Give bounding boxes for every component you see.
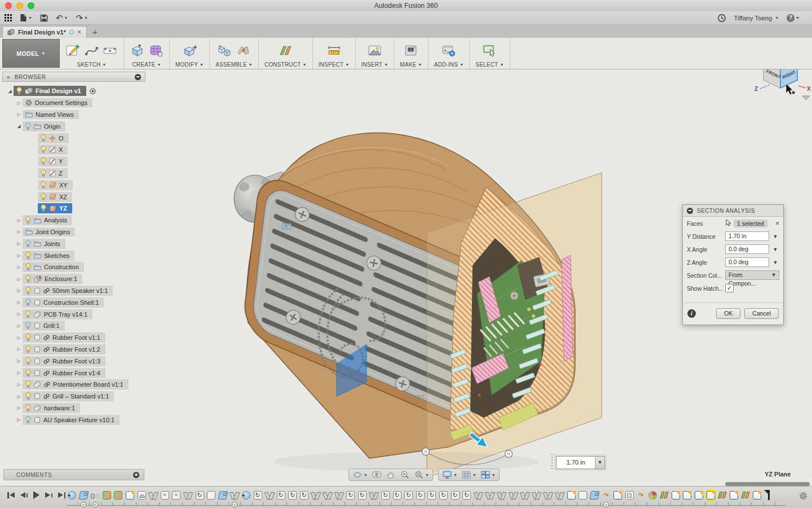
panel-menu-icon[interactable] [135,74,141,80]
distance-drag-rail[interactable] [551,454,553,470]
tree-item[interactable]: Enclosure:1 [23,274,82,284]
print-icon[interactable] [403,43,418,58]
timeline-op-form[interactable] [138,491,146,500]
cancel-button[interactable]: Cancel [744,308,779,319]
measure-icon[interactable] [326,43,342,58]
ribbon-group-select[interactable]: SELECT▼ [470,38,510,69]
info-icon[interactable]: i [687,309,696,318]
insert-image-icon[interactable] [367,43,382,58]
timeline-op-joint[interactable] [149,491,157,500]
expand-arrow-icon[interactable]: ▷ [15,417,23,422]
visibility-bulb-icon[interactable] [41,157,46,165]
timeline-op-circ[interactable] [427,491,436,500]
visibility-bulb-icon[interactable] [41,169,46,177]
grid-button[interactable]: ▼ [461,470,476,479]
scripts-icon[interactable] [441,43,456,58]
app-grid-icon[interactable] [5,14,12,21]
timeline-op-sketch[interactable] [567,491,576,500]
timeline-settings-gear-icon[interactable] [799,492,807,502]
ribbon-group-create[interactable]: CREATE▼ [124,38,170,69]
tree-item[interactable]: Named Views [23,110,79,119]
timeline-op-sphere[interactable] [648,491,657,500]
timeline-op-patch[interactable] [172,491,180,500]
timeline-op-body[interactable] [579,491,587,500]
tree-item[interactable]: X [38,144,68,155]
expand-arrow-icon[interactable]: ▷ [15,335,23,340]
timeline-op-sketch[interactable] [683,491,691,500]
expand-arrow-icon[interactable]: ▷ [15,229,23,234]
timeline-op-pattern[interactable] [91,491,99,500]
timeline-op-planes[interactable] [660,491,668,500]
display-button[interactable]: ▼ [442,470,457,479]
visibility-bulb-icon[interactable] [25,380,31,388]
tree-item[interactable]: Potentiometer Board v1:1 [23,379,129,389]
timeline-op-joint[interactable] [369,491,378,500]
expand-arrow-icon[interactable]: ▷ [15,288,23,293]
create-sketch-icon[interactable] [65,43,81,58]
zoom-button[interactable] [400,470,410,479]
file-menu-button[interactable]: ▼ [20,14,32,22]
ribbon-group-add-ins[interactable]: ADD-INS▼ [429,38,470,69]
timeline-op-sketch[interactable] [695,491,703,500]
pan-button[interactable] [386,470,396,479]
timeline-op-circ[interactable] [439,491,448,500]
timeline-op-circ[interactable] [416,491,425,500]
timeline-op-circ[interactable] [451,491,460,500]
box-icon[interactable] [130,43,145,58]
timeline-op-joint[interactable] [474,491,483,500]
ribbon-group-assemble[interactable]: ASSEMBLE▼ [210,38,259,69]
timeline-op-circ[interactable] [404,491,413,500]
tree-item[interactable]: 50mm Speaker v1:1 [23,286,113,296]
tree-item[interactable]: Rubber Foot v1:1 [23,332,105,343]
dialog-input[interactable]: 0.0 deg [725,257,769,267]
timeline-play-button[interactable] [30,491,42,499]
timeline-op-joint[interactable] [555,491,564,500]
expand-arrow-icon[interactable]: ▷ [15,394,23,399]
timeline-op-joint[interactable] [497,491,506,500]
selection-count-chip[interactable]: 1 selected [734,220,767,227]
timeline-op-circ[interactable] [462,491,471,500]
tree-item[interactable]: Grill – Standard v1:1 [23,391,114,401]
tree-item[interactable]: Sketches [23,251,74,261]
timeline-op-joint[interactable] [311,491,320,500]
tree-item[interactable]: Document Settings [23,98,92,107]
tree-item[interactable]: YZ [38,203,72,213]
select-icon[interactable] [482,43,497,58]
tree-item[interactable]: O [38,133,69,143]
ok-button[interactable]: OK [716,308,740,319]
visibility-bulb-icon[interactable] [25,322,31,330]
timeline-op-sketch_hl[interactable] [707,491,715,500]
dropdown-arrow-icon[interactable]: ▼ [473,473,476,477]
ribbon-group-insert[interactable]: INSERT▼ [356,38,395,69]
dialog-input[interactable]: 0.0 deg [725,244,769,254]
collapse-arrow-icon[interactable]: ◢ [15,124,23,129]
dropdown-arrow-icon[interactable]: ▼ [771,247,779,252]
rotate-handle[interactable] [505,450,513,458]
ribbon-group-construct[interactable]: CONSTRUCT▼ [259,38,313,69]
expand-arrow-icon[interactable]: ▷ [15,100,23,106]
timeline-op-joint[interactable] [184,491,192,500]
timeline-op-circ[interactable] [254,491,262,500]
timeline-op-planes[interactable] [718,491,726,500]
timeline-op-joint[interactable] [335,491,343,500]
timeline-op-circ[interactable] [288,491,297,500]
timeline-go-to-end-button[interactable] [55,492,68,498]
form-icon[interactable] [148,43,164,58]
visibility-bulb-icon[interactable] [25,345,31,353]
expand-arrow-icon[interactable]: ▷ [15,241,23,246]
visibility-bulb-icon[interactable] [25,357,31,365]
undo-button[interactable]: ↶▼ [56,14,68,22]
expand-arrow-icon[interactable]: ▷ [15,358,23,364]
expand-arrow-icon[interactable]: ▷ [15,382,23,387]
expand-arrow-icon[interactable]: ▷ [15,323,23,329]
expand-arrow-icon[interactable]: ▷ [15,370,23,375]
viewports-button[interactable]: ▼ [480,470,496,479]
slot-icon[interactable] [103,43,118,58]
expand-arrow-icon[interactable]: ▷ [15,405,23,410]
joint-icon[interactable] [236,43,251,58]
expand-arrow-icon[interactable]: ▷ [15,112,23,117]
visibility-bulb-icon[interactable] [25,122,31,130]
timeline-scrollbar[interactable] [725,482,810,486]
timeline-step-forward-button[interactable] [42,492,55,498]
help-menu[interactable]: ?▼ [787,14,800,22]
